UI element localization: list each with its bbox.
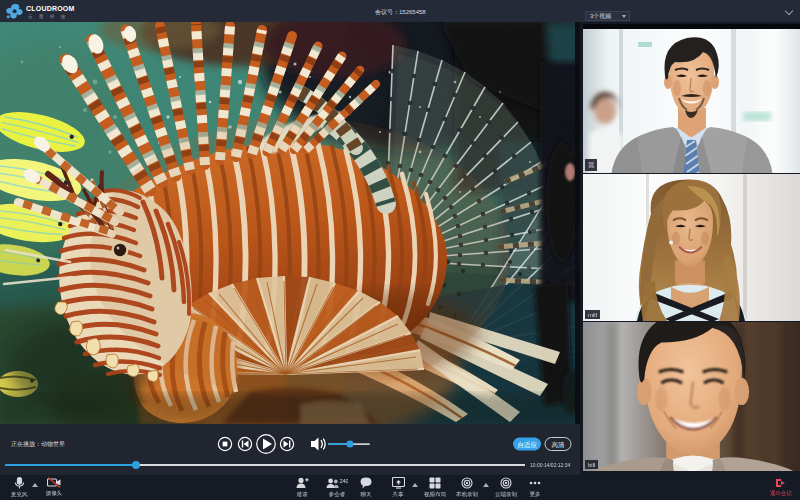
- svg-text:240: 240: [340, 478, 349, 484]
- svg-text:自适应: 自适应: [517, 441, 537, 449]
- svg-text:高清: 高清: [552, 441, 566, 449]
